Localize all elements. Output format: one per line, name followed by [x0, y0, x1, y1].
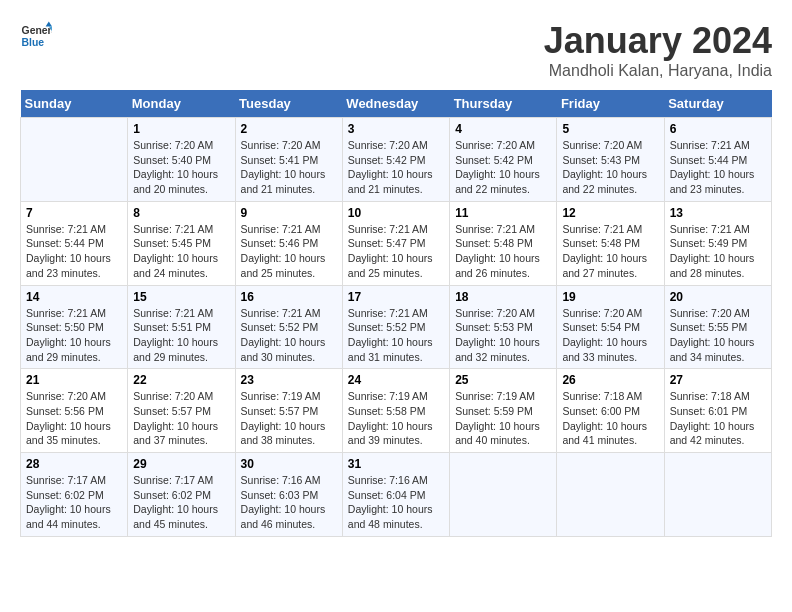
table-row: 17Sunrise: 7:21 AM Sunset: 5:52 PM Dayli… — [342, 285, 449, 369]
day-number: 26 — [562, 373, 658, 387]
svg-marker-2 — [46, 22, 52, 27]
day-info: Sunrise: 7:19 AM Sunset: 5:57 PM Dayligh… — [241, 389, 337, 448]
table-row: 3Sunrise: 7:20 AM Sunset: 5:42 PM Daylig… — [342, 118, 449, 202]
col-wednesday: Wednesday — [342, 90, 449, 118]
day-number: 25 — [455, 373, 551, 387]
day-number: 20 — [670, 290, 766, 304]
calendar-week-row: 7Sunrise: 7:21 AM Sunset: 5:44 PM Daylig… — [21, 201, 772, 285]
day-info: Sunrise: 7:21 AM Sunset: 5:48 PM Dayligh… — [562, 222, 658, 281]
table-row: 13Sunrise: 7:21 AM Sunset: 5:49 PM Dayli… — [664, 201, 771, 285]
table-row: 31Sunrise: 7:16 AM Sunset: 6:04 PM Dayli… — [342, 453, 449, 537]
table-row: 25Sunrise: 7:19 AM Sunset: 5:59 PM Dayli… — [450, 369, 557, 453]
day-info: Sunrise: 7:21 AM Sunset: 5:47 PM Dayligh… — [348, 222, 444, 281]
col-saturday: Saturday — [664, 90, 771, 118]
day-info: Sunrise: 7:21 AM Sunset: 5:45 PM Dayligh… — [133, 222, 229, 281]
day-number: 12 — [562, 206, 658, 220]
day-info: Sunrise: 7:18 AM Sunset: 6:01 PM Dayligh… — [670, 389, 766, 448]
day-number: 31 — [348, 457, 444, 471]
day-info: Sunrise: 7:21 AM Sunset: 5:48 PM Dayligh… — [455, 222, 551, 281]
calendar-week-row: 21Sunrise: 7:20 AM Sunset: 5:56 PM Dayli… — [21, 369, 772, 453]
day-info: Sunrise: 7:20 AM Sunset: 5:43 PM Dayligh… — [562, 138, 658, 197]
day-info: Sunrise: 7:21 AM Sunset: 5:50 PM Dayligh… — [26, 306, 122, 365]
day-number: 15 — [133, 290, 229, 304]
day-number: 29 — [133, 457, 229, 471]
table-row: 10Sunrise: 7:21 AM Sunset: 5:47 PM Dayli… — [342, 201, 449, 285]
svg-text:General: General — [22, 25, 52, 36]
day-number: 23 — [241, 373, 337, 387]
table-row: 16Sunrise: 7:21 AM Sunset: 5:52 PM Dayli… — [235, 285, 342, 369]
calendar-header-row: Sunday Monday Tuesday Wednesday Thursday… — [21, 90, 772, 118]
table-row: 14Sunrise: 7:21 AM Sunset: 5:50 PM Dayli… — [21, 285, 128, 369]
day-info: Sunrise: 7:16 AM Sunset: 6:03 PM Dayligh… — [241, 473, 337, 532]
day-info: Sunrise: 7:20 AM Sunset: 5:40 PM Dayligh… — [133, 138, 229, 197]
day-number: 11 — [455, 206, 551, 220]
table-row — [557, 453, 664, 537]
table-row: 5Sunrise: 7:20 AM Sunset: 5:43 PM Daylig… — [557, 118, 664, 202]
day-number: 9 — [241, 206, 337, 220]
day-number: 19 — [562, 290, 658, 304]
day-number: 1 — [133, 122, 229, 136]
col-thursday: Thursday — [450, 90, 557, 118]
day-info: Sunrise: 7:21 AM Sunset: 5:44 PM Dayligh… — [670, 138, 766, 197]
table-row: 26Sunrise: 7:18 AM Sunset: 6:00 PM Dayli… — [557, 369, 664, 453]
day-info: Sunrise: 7:20 AM Sunset: 5:55 PM Dayligh… — [670, 306, 766, 365]
table-row: 28Sunrise: 7:17 AM Sunset: 6:02 PM Dayli… — [21, 453, 128, 537]
day-info: Sunrise: 7:20 AM Sunset: 5:42 PM Dayligh… — [455, 138, 551, 197]
calendar-week-row: 1Sunrise: 7:20 AM Sunset: 5:40 PM Daylig… — [21, 118, 772, 202]
table-row: 9Sunrise: 7:21 AM Sunset: 5:46 PM Daylig… — [235, 201, 342, 285]
day-number: 27 — [670, 373, 766, 387]
table-row: 19Sunrise: 7:20 AM Sunset: 5:54 PM Dayli… — [557, 285, 664, 369]
day-info: Sunrise: 7:21 AM Sunset: 5:52 PM Dayligh… — [241, 306, 337, 365]
table-row: 7Sunrise: 7:21 AM Sunset: 5:44 PM Daylig… — [21, 201, 128, 285]
day-info: Sunrise: 7:19 AM Sunset: 5:59 PM Dayligh… — [455, 389, 551, 448]
table-row: 2Sunrise: 7:20 AM Sunset: 5:41 PM Daylig… — [235, 118, 342, 202]
calendar-week-row: 28Sunrise: 7:17 AM Sunset: 6:02 PM Dayli… — [21, 453, 772, 537]
day-number: 6 — [670, 122, 766, 136]
table-row: 21Sunrise: 7:20 AM Sunset: 5:56 PM Dayli… — [21, 369, 128, 453]
logo: General Blue — [20, 20, 52, 52]
title-area: January 2024 Mandholi Kalan, Haryana, In… — [544, 20, 772, 80]
day-number: 4 — [455, 122, 551, 136]
col-monday: Monday — [128, 90, 235, 118]
col-tuesday: Tuesday — [235, 90, 342, 118]
day-info: Sunrise: 7:21 AM Sunset: 5:52 PM Dayligh… — [348, 306, 444, 365]
table-row: 6Sunrise: 7:21 AM Sunset: 5:44 PM Daylig… — [664, 118, 771, 202]
day-number: 16 — [241, 290, 337, 304]
day-info: Sunrise: 7:19 AM Sunset: 5:58 PM Dayligh… — [348, 389, 444, 448]
day-info: Sunrise: 7:21 AM Sunset: 5:46 PM Dayligh… — [241, 222, 337, 281]
table-row: 29Sunrise: 7:17 AM Sunset: 6:02 PM Dayli… — [128, 453, 235, 537]
col-sunday: Sunday — [21, 90, 128, 118]
page-subtitle: Mandholi Kalan, Haryana, India — [544, 62, 772, 80]
table-row: 30Sunrise: 7:16 AM Sunset: 6:03 PM Dayli… — [235, 453, 342, 537]
table-row: 22Sunrise: 7:20 AM Sunset: 5:57 PM Dayli… — [128, 369, 235, 453]
table-row: 1Sunrise: 7:20 AM Sunset: 5:40 PM Daylig… — [128, 118, 235, 202]
day-number: 21 — [26, 373, 122, 387]
day-info: Sunrise: 7:16 AM Sunset: 6:04 PM Dayligh… — [348, 473, 444, 532]
day-info: Sunrise: 7:20 AM Sunset: 5:54 PM Dayligh… — [562, 306, 658, 365]
day-number: 17 — [348, 290, 444, 304]
calendar-table: Sunday Monday Tuesday Wednesday Thursday… — [20, 90, 772, 537]
day-number: 28 — [26, 457, 122, 471]
table-row: 8Sunrise: 7:21 AM Sunset: 5:45 PM Daylig… — [128, 201, 235, 285]
table-row — [664, 453, 771, 537]
day-info: Sunrise: 7:17 AM Sunset: 6:02 PM Dayligh… — [133, 473, 229, 532]
day-info: Sunrise: 7:18 AM Sunset: 6:00 PM Dayligh… — [562, 389, 658, 448]
col-friday: Friday — [557, 90, 664, 118]
day-number: 10 — [348, 206, 444, 220]
day-number: 8 — [133, 206, 229, 220]
day-number: 24 — [348, 373, 444, 387]
day-info: Sunrise: 7:21 AM Sunset: 5:44 PM Dayligh… — [26, 222, 122, 281]
table-row: 12Sunrise: 7:21 AM Sunset: 5:48 PM Dayli… — [557, 201, 664, 285]
day-number: 5 — [562, 122, 658, 136]
day-info: Sunrise: 7:20 AM Sunset: 5:57 PM Dayligh… — [133, 389, 229, 448]
header: General Blue January 2024 Mandholi Kalan… — [20, 20, 772, 80]
day-number: 22 — [133, 373, 229, 387]
table-row: 4Sunrise: 7:20 AM Sunset: 5:42 PM Daylig… — [450, 118, 557, 202]
day-number: 2 — [241, 122, 337, 136]
day-number: 30 — [241, 457, 337, 471]
day-info: Sunrise: 7:21 AM Sunset: 5:49 PM Dayligh… — [670, 222, 766, 281]
table-row: 23Sunrise: 7:19 AM Sunset: 5:57 PM Dayli… — [235, 369, 342, 453]
table-row: 18Sunrise: 7:20 AM Sunset: 5:53 PM Dayli… — [450, 285, 557, 369]
day-info: Sunrise: 7:20 AM Sunset: 5:42 PM Dayligh… — [348, 138, 444, 197]
logo-icon: General Blue — [20, 20, 52, 52]
